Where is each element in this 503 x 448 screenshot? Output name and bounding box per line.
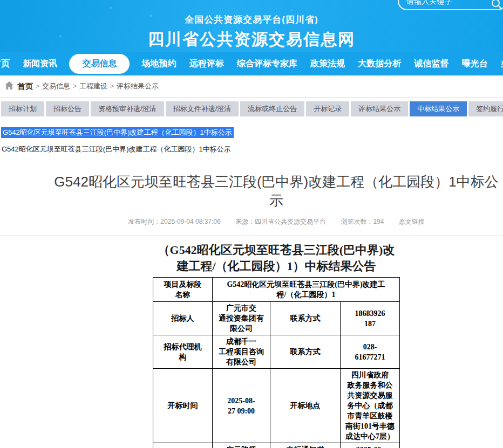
result-list: G542昭化区元坝至旺苍县三江段(巴中界)改建工程（化工园段）1中标公示 G54… — [0, 127, 503, 154]
site-titles: 全国公共资源交易平台(四川省) 四川省公共资源交易信息网 — [0, 13, 503, 51]
breadcrumb-home[interactable]: 首页 — [17, 81, 33, 92]
table-row-winner: 中标单位 广元路桥 集团有限公司 中标通知书 发出日期 2025-09- 10 — [153, 443, 399, 448]
site-title-large: 四川省公共资源交易信息网 — [0, 29, 503, 51]
source: 来源：四川省公共资源交易平台 — [235, 218, 326, 225]
article-meta: 发布时间：2025-09-04 08:37:06 来源：四川省公共资源交易平台 … — [50, 217, 503, 226]
notice-date-value: 2025-09- 10 — [340, 443, 399, 448]
nav-item-services[interactable]: 办事服务 — [500, 54, 503, 74]
breadcrumb-separator: > — [36, 82, 39, 90]
winner-value: 广元路桥 集团有限公司 — [212, 443, 270, 448]
document-title: （G542昭化区元坝至旺苍县三江段(巴中界)改 建工程/（化工园段）1）中标结果… — [50, 242, 503, 274]
nav-item-integrity[interactable]: 诚信监督 — [413, 54, 450, 74]
agency-contact-label: 联系方式 — [270, 335, 340, 369]
nav-item-big-data[interactable]: 大数据分析 — [357, 54, 402, 74]
nav-item-news[interactable]: 新闻资讯 — [22, 54, 58, 74]
table-row-tenderee: 招标人 广元市交 通投资集团有 限公司 联系方式 18683926 187 — [153, 302, 399, 335]
award-result-table: 项目及标段 名称 G542昭化区元坝至旺苍县三江段(巴中界)改建工 程/（化工园… — [153, 277, 400, 448]
divider — [0, 235, 503, 236]
tab-contract-performance[interactable]: 签约履行 — [468, 101, 503, 116]
nav-item-venue-booking[interactable]: 场地预约 — [141, 54, 178, 74]
opening-place-value: 四川省政府 政务服务和公 共资源交易服 务中心（成都 市青羊区鼓楼 南街101号… — [340, 369, 399, 443]
tenderee-contact-value: 18683926 187 — [340, 302, 399, 335]
table-row-bid-opening: 开标时间 2025-08- 27 09:00 开标地点 四川省政府 政务服务和公… — [153, 369, 399, 443]
document-body: （G542昭化区元坝至旺苍县三江段(巴中界)改 建工程/（化工园段）1）中标结果… — [50, 242, 503, 448]
opening-time-value: 2025-08- 27 09:00 — [212, 369, 270, 443]
agency-value: 成都千一 工程项目咨询 有限公司 — [212, 335, 270, 369]
home-icon — [5, 81, 13, 92]
tab-evaluation-results[interactable]: 评标结果公示 — [351, 101, 408, 116]
search-box[interactable] — [398, 0, 503, 10]
breadcrumb-trade-info[interactable]: 交易信息 — [42, 81, 70, 91]
opening-time-label: 开标时间 — [153, 369, 212, 443]
nav-item-expert-pool[interactable]: 综合评标专家库 — [236, 54, 298, 74]
publish-time: 发布时间：2025-09-04 08:37:06 — [128, 218, 220, 225]
table-row-project: 项目及标段 名称 G542昭化区元坝至旺苍县三江段(巴中界)改建工 程/（化工园… — [153, 278, 399, 302]
main-nav: 首页 新闻资讯 交易信息 场地预约 远程评标 综合评标专家库 政策法规 大数据分… — [0, 52, 503, 75]
tenderee-label: 招标人 — [153, 302, 212, 335]
breadcrumb: 首页 > 交易信息 > 工程建设 > 评标结果公示 — [0, 75, 503, 98]
tab-failed-or-terminated[interactable]: 流标或终止公告 — [240, 101, 304, 116]
page: 全国公共资源交易平台(四川省) 四川省公共资源交易信息网 首页 新闻资讯 交易信… — [0, 0, 503, 448]
winner-label: 中标单位 — [153, 443, 212, 448]
search-input[interactable] — [399, 0, 503, 9]
nav-item-remote-evaluation[interactable]: 远程评标 — [188, 54, 225, 74]
tab-bid-plan[interactable]: 招标计划 — [1, 101, 44, 116]
nav-item-home[interactable]: 首页 — [0, 54, 11, 74]
project-value: G542昭化区元坝至旺苍县三江段(巴中界)改建工 程/（化工园段）1 — [212, 278, 399, 302]
list-item[interactable]: G542昭化区元坝至旺苍县三江段(巴中界)改建工程（化工园段）1中标公示 — [1, 144, 503, 154]
agency-contact-value: 028- 61677271 — [340, 335, 399, 369]
original-link[interactable]: 原文链接 — [399, 218, 425, 225]
page-title: G542昭化区元坝至旺苍县三江段(巴中界)改建工程（化工园段）1中标公示 — [50, 173, 503, 210]
site-title-small: 全国公共资源交易平台(四川省) — [0, 13, 503, 26]
tab-prequalification-addendum[interactable]: 资格预审补遗/澄清 — [91, 101, 164, 116]
view-count: 浏览次数：194 — [341, 218, 384, 225]
article: G542昭化区元坝至旺苍县三江段(巴中界)改建工程（化工园段）1中标公示 发布时… — [50, 173, 503, 226]
category-tabs: 招标计划 招标公告 资格预审补遗/澄清 招标文件补遗/澄清 流标或终止公告 开标… — [0, 101, 503, 116]
opening-place-label: 开标地点 — [270, 369, 340, 443]
nav-item-policies[interactable]: 政策法规 — [309, 54, 346, 74]
tab-bid-announcement[interactable]: 招标公告 — [46, 101, 89, 116]
search-icon[interactable] — [491, 0, 502, 10]
site-header: 全国公共资源交易平台(四川省) 四川省公共资源交易信息网 — [0, 0, 503, 52]
agency-label: 招标代理机 构 — [153, 335, 212, 369]
nav-item-exposure[interactable]: 曝光台 — [461, 54, 489, 74]
table-row-agency: 招标代理机 构 成都千一 工程项目咨询 有限公司 联系方式 028- 61677… — [153, 335, 399, 369]
breadcrumb-separator: > — [110, 82, 114, 90]
nav-item-trade-info[interactable]: 交易信息 — [69, 54, 130, 74]
breadcrumb-separator: > — [73, 82, 77, 90]
tab-bid-doc-addendum[interactable]: 招标文件补遗/澄清 — [166, 101, 239, 116]
project-label: 项目及标段 名称 — [153, 278, 212, 302]
tab-award-results[interactable]: 中标结果公示 — [410, 101, 467, 116]
tenderee-value: 广元市交 通投资集团有 限公司 — [212, 302, 270, 335]
list-item-selected[interactable]: G542昭化区元坝至旺苍县三江段(巴中界)改建工程（化工园段）1中标公示 — [1, 127, 234, 138]
breadcrumb-evaluation-results[interactable]: 评标结果公示 — [117, 81, 159, 91]
breadcrumb-construction[interactable]: 工程建设 — [79, 81, 107, 91]
tab-opening-records[interactable]: 开标记录 — [306, 101, 349, 116]
notice-date-label: 中标通知书 发出日期 — [270, 443, 340, 448]
tenderee-contact-label: 联系方式 — [270, 302, 340, 335]
